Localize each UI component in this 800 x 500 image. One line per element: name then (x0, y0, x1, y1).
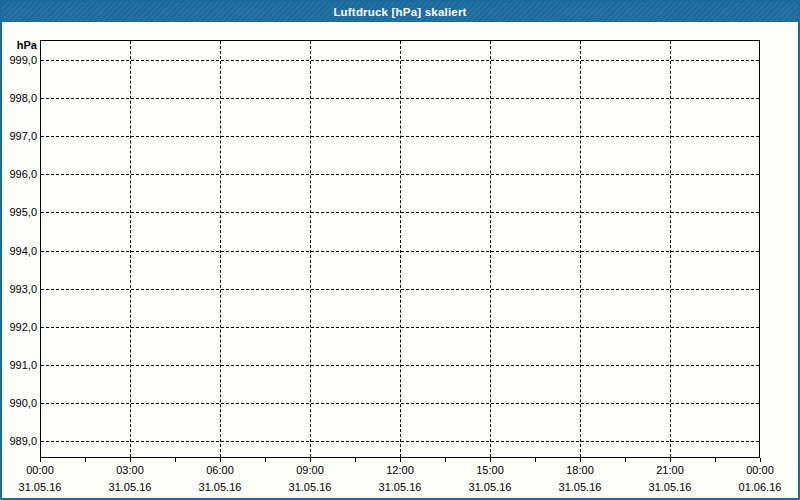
x-axis-tick-mark (715, 458, 716, 462)
x-axis-tick-mark (220, 458, 221, 462)
x-axis-tick-mark (40, 458, 41, 462)
chart-title: Luftdruck [hPa] skaliert (333, 6, 466, 18)
x-tick-date: 31.05.16 (95, 480, 165, 494)
x-gridline (220, 41, 221, 457)
x-tick-date: 01.06.16 (725, 480, 795, 494)
x-axis-tick-mark (670, 458, 671, 462)
chart-titlebar: Luftdruck [hPa] skaliert (2, 2, 798, 22)
x-axis-tick-mark (760, 458, 761, 462)
y-tick-label: 989,0 (2, 434, 37, 448)
x-tick-time: 00:00 (725, 463, 795, 477)
x-tick-label: 00:0031.05.16 (5, 463, 75, 494)
x-axis-tick-mark (310, 458, 311, 462)
chart-canvas: hPa 999,0998,0997,0996,0995,0994,0993,09… (2, 22, 798, 498)
x-tick-label: 21:0031.05.16 (635, 463, 705, 494)
x-axis-tick-mark (490, 458, 491, 462)
x-tick-label: 09:0031.05.16 (275, 463, 345, 494)
x-gridline (490, 41, 491, 457)
y-axis-unit-label: hPa (2, 38, 37, 52)
x-tick-time: 06:00 (185, 463, 255, 477)
x-tick-date: 31.05.16 (365, 480, 435, 494)
x-tick-date: 31.05.16 (545, 480, 615, 494)
x-tick-date: 31.05.16 (455, 480, 525, 494)
chart-window: Luftdruck [hPa] skaliert hPa 999,0998,09… (0, 0, 800, 500)
x-tick-time: 21:00 (635, 463, 705, 477)
x-tick-time: 15:00 (455, 463, 525, 477)
x-tick-date: 31.05.16 (275, 480, 345, 494)
y-tick-label: 998,0 (2, 91, 37, 105)
x-gridline (670, 41, 671, 457)
x-axis-tick-mark (535, 458, 536, 462)
x-tick-date: 31.05.16 (5, 480, 75, 494)
x-axis-tick-mark (130, 458, 131, 462)
y-tick-label: 990,0 (2, 396, 37, 410)
x-tick-label: 06:0031.05.16 (185, 463, 255, 494)
x-axis-tick-mark (85, 458, 86, 462)
x-tick-date: 31.05.16 (185, 480, 255, 494)
y-tick-label: 995,0 (2, 205, 37, 219)
y-tick-label: 999,0 (2, 53, 37, 67)
x-gridline (580, 41, 581, 457)
y-tick-label: 991,0 (2, 358, 37, 372)
x-axis-tick-mark (355, 458, 356, 462)
x-tick-label: 03:0031.05.16 (95, 463, 165, 494)
x-tick-time: 09:00 (275, 463, 345, 477)
x-tick-label: 15:0031.05.16 (455, 463, 525, 494)
x-tick-time: 18:00 (545, 463, 615, 477)
plot-area (40, 40, 760, 458)
x-tick-time: 12:00 (365, 463, 435, 477)
x-tick-time: 03:00 (95, 463, 165, 477)
y-tick-label: 993,0 (2, 282, 37, 296)
x-axis-tick-mark (445, 458, 446, 462)
y-tick-label: 994,0 (2, 244, 37, 258)
x-axis-tick-mark (580, 458, 581, 462)
x-axis-tick-mark (175, 458, 176, 462)
x-axis-tick-mark (625, 458, 626, 462)
x-gridline (310, 41, 311, 457)
x-tick-date: 31.05.16 (635, 480, 705, 494)
x-tick-label: 12:0031.05.16 (365, 463, 435, 494)
x-axis-tick-mark (265, 458, 266, 462)
x-gridline (400, 41, 401, 457)
x-gridline (130, 41, 131, 457)
x-tick-label: 18:0031.05.16 (545, 463, 615, 494)
x-axis-tick-mark (400, 458, 401, 462)
y-tick-label: 992,0 (2, 320, 37, 334)
y-tick-label: 996,0 (2, 167, 37, 181)
y-tick-label: 997,0 (2, 129, 37, 143)
x-tick-time: 00:00 (5, 463, 75, 477)
x-tick-label: 00:0001.06.16 (725, 463, 795, 494)
